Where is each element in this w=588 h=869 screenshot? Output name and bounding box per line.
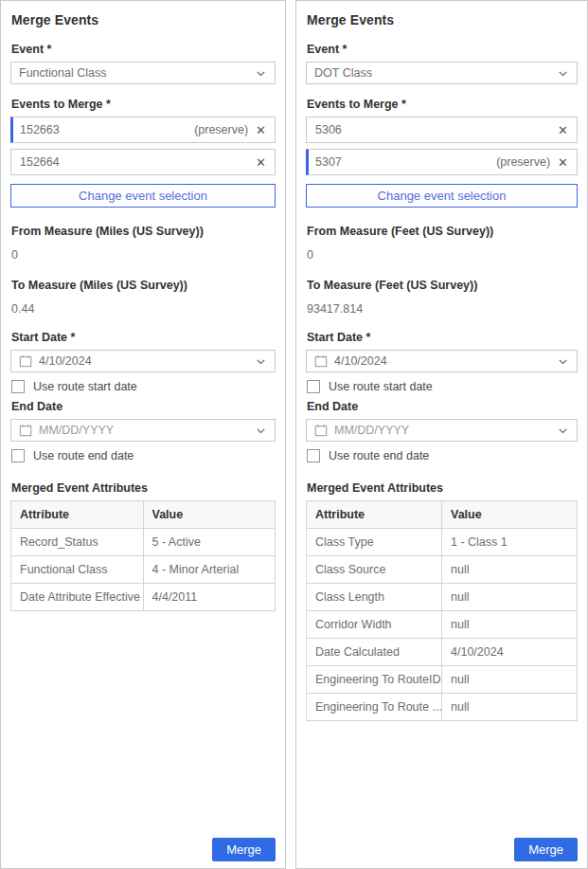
merged-attributes-table: Attribute Value Class Type 1 - Class 1 C…: [306, 500, 578, 721]
start-date-value: 4/10/2024: [334, 354, 557, 368]
end-date-placeholder: MM/DD/YYYY: [39, 424, 255, 437]
value-cell: 4 - Minor Arterial: [143, 556, 276, 584]
preserve-label: (preserve): [496, 155, 550, 169]
end-date-picker[interactable]: MM/DD/YYYY: [10, 419, 276, 442]
preserve-label: (preserve): [194, 123, 248, 136]
attribute-cell: Date Attribute Effective: [11, 584, 144, 611]
attribute-cell: Engineering To Route ...: [307, 694, 442, 721]
use-route-end-date-checkbox[interactable]: [11, 449, 25, 462]
event-select-value: DOT Class: [314, 66, 557, 80]
value-cell: 4/10/2024: [442, 639, 578, 666]
event-id: 5307: [315, 155, 496, 169]
use-route-start-date-checkbox[interactable]: [307, 380, 320, 393]
calendar-icon: [19, 424, 32, 437]
start-date-label: Start Date *: [11, 331, 276, 344]
start-date-picker[interactable]: 4/10/2024: [10, 350, 276, 372]
use-route-start-date-row: Use route start date: [11, 380, 276, 393]
use-route-end-date-label: Use route end date: [33, 449, 134, 462]
table-row: Engineering To Route ... null: [307, 694, 578, 721]
change-event-selection-button[interactable]: Change event selection: [10, 184, 276, 208]
calendar-icon: [314, 424, 328, 437]
merged-attributes-label: Merged Event Attributes: [11, 481, 276, 495]
attribute-cell: Record_Status: [11, 529, 144, 556]
attribute-cell: Corridor Width: [307, 611, 442, 639]
close-icon[interactable]: ✕: [558, 124, 568, 136]
attribute-cell: Date Calculated: [307, 639, 442, 666]
table-row: Class Source null: [307, 556, 578, 584]
value-cell: 5 - Active: [143, 529, 276, 556]
chevron-down-icon: [557, 67, 569, 80]
start-date-value: 4/10/2024: [39, 354, 255, 368]
end-date-placeholder: MM/DD/YYYY: [334, 424, 557, 437]
close-icon[interactable]: ✕: [256, 124, 266, 136]
table-row: Engineering To RouteID null: [307, 666, 578, 694]
event-to-merge-item: 5307 (preserve) ✕: [306, 149, 578, 175]
start-date-label: Start Date *: [307, 331, 578, 344]
table-row: Date Calculated 4/10/2024: [307, 639, 578, 666]
close-icon[interactable]: ✕: [558, 156, 568, 169]
to-measure-value: 93417.814: [307, 302, 578, 316]
value-cell: null: [442, 694, 578, 721]
event-id: 152664: [20, 155, 256, 169]
use-route-end-date-row: Use route end date: [11, 449, 276, 462]
calendar-icon: [314, 354, 328, 368]
event-id: 5306: [315, 123, 558, 136]
merge-events-panel-left: Merge Events Event * Functional Class Ev…: [0, 0, 286, 869]
chevron-down-icon: [255, 425, 267, 437]
events-to-merge-label: Events to Merge *: [307, 98, 578, 111]
end-date-label: End Date: [307, 400, 578, 413]
attribute-cell: Engineering To RouteID: [307, 666, 442, 694]
event-select[interactable]: Functional Class: [10, 62, 276, 84]
event-label: Event *: [11, 43, 276, 56]
value-cell: null: [442, 556, 578, 584]
table-row: Class Length null: [307, 584, 578, 611]
end-date-label: End Date: [11, 400, 276, 413]
from-measure-value: 0: [11, 248, 276, 262]
panel-title: Merge Events: [307, 12, 578, 27]
event-id: 152663: [20, 123, 194, 136]
table-header-row: Attribute Value: [307, 501, 578, 529]
end-date-picker[interactable]: MM/DD/YYYY: [306, 419, 578, 442]
calendar-icon: [19, 354, 32, 368]
value-column-header: Value: [143, 501, 276, 529]
use-route-end-date-checkbox[interactable]: [307, 449, 320, 462]
event-to-merge-item: 152663 (preserve) ✕: [10, 117, 276, 143]
value-cell: 4/4/2011: [143, 584, 276, 611]
start-date-picker[interactable]: 4/10/2024: [306, 350, 578, 372]
value-cell: null: [442, 584, 578, 611]
value-column-header: Value: [442, 501, 578, 529]
merge-events-panel-right: Merge Events Event * DOT Class Events to…: [295, 0, 588, 869]
attribute-cell: Functional Class: [11, 556, 144, 584]
merged-attributes-label: Merged Event Attributes: [307, 481, 578, 495]
merge-button[interactable]: Merge: [514, 838, 578, 861]
merge-events-workspace: Merge Events Event * Functional Class Ev…: [0, 0, 588, 869]
chevron-down-icon: [255, 355, 267, 368]
close-icon[interactable]: ✕: [256, 156, 266, 169]
chevron-down-icon: [557, 355, 569, 368]
table-row: Record_Status 5 - Active: [11, 529, 276, 556]
event-to-merge-item: 5306 ✕: [306, 117, 578, 143]
use-route-start-date-row: Use route start date: [307, 380, 578, 393]
attribute-column-header: Attribute: [307, 501, 442, 529]
table-row: Date Attribute Effective 4/4/2011: [11, 584, 276, 611]
use-route-start-date-label: Use route start date: [329, 380, 433, 393]
event-select[interactable]: DOT Class: [306, 62, 578, 84]
attribute-cell: Class Type: [307, 529, 442, 556]
attribute-column-header: Attribute: [11, 501, 144, 529]
use-route-start-date-checkbox[interactable]: [11, 380, 25, 393]
use-route-end-date-row: Use route end date: [307, 449, 578, 462]
attribute-cell: Class Source: [307, 556, 442, 584]
value-cell: null: [442, 611, 578, 639]
use-route-start-date-label: Use route start date: [33, 380, 137, 393]
from-measure-value: 0: [307, 248, 578, 262]
to-measure-label: To Measure (Miles (US Survey)): [11, 279, 276, 292]
merge-button[interactable]: Merge: [212, 838, 276, 861]
attribute-cell: Class Length: [307, 584, 442, 611]
chevron-down-icon: [557, 425, 569, 437]
from-measure-label: From Measure (Feet (US Survey)): [307, 225, 578, 238]
change-event-selection-button[interactable]: Change event selection: [306, 184, 578, 208]
table-row: Functional Class 4 - Minor Arterial: [11, 556, 276, 584]
panel-title: Merge Events: [11, 12, 276, 27]
table-row: Class Type 1 - Class 1: [307, 529, 578, 556]
event-select-value: Functional Class: [19, 66, 255, 80]
